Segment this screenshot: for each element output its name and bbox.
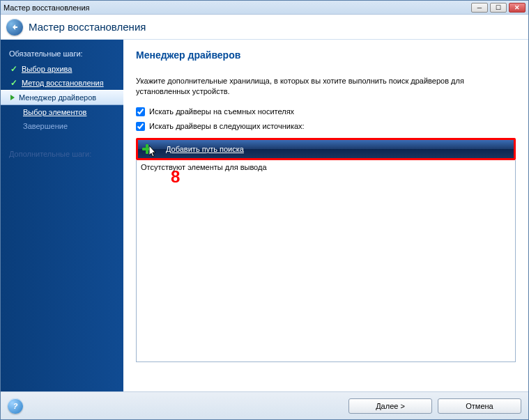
arrow-right-icon [10,95,15,100]
arrow-left-icon [10,23,19,31]
header: Мастер восстановления [1,15,528,40]
checkbox-sources[interactable] [136,122,145,131]
sidebar-section-optional: Дополнительные шаги: [1,147,123,161]
checkbox-sources-row[interactable]: Искать драйверы в следующих источниках: [136,122,516,131]
minimize-button[interactable]: ─ [471,3,488,13]
sidebar: Обязательные шаги: ✓ Выбор архива ✓ Мето… [1,40,123,391]
empty-list-text: Отсутствуют элементы для вывода [141,163,267,171]
help-button[interactable]: ? [8,398,23,414]
content: Менеджер драйверов Укажите дополнительны… [123,40,528,391]
back-button[interactable] [6,19,23,36]
sidebar-item-label: Выбор элементов [23,108,86,116]
check-icon: ✓ [10,79,17,87]
sidebar-item-archive[interactable]: ✓ Выбор архива [1,62,123,76]
add-path-highlight: Добавить путь поиска [136,138,516,160]
sources-list[interactable]: Отсутствуют элементы для вывода [136,160,516,362]
next-button[interactable]: Далее > [348,398,432,414]
add-path-button[interactable]: Добавить путь поиска [138,140,514,158]
close-button[interactable]: ✕ [509,3,526,13]
sidebar-item-label: Завершение [23,122,68,130]
check-icon: ✓ [10,65,17,73]
sidebar-section-required: Обязательные шаги: [1,47,123,62]
sidebar-item-method[interactable]: ✓ Метод восстановления [1,76,123,90]
window-controls: ─ ☐ ✕ [471,3,526,13]
maximize-button[interactable]: ☐ [490,3,507,13]
cancel-button[interactable]: Отмена [438,398,521,414]
sidebar-item-label: Менеджер драйверов [19,93,96,102]
sidebar-item-label: Выбор архива [22,65,72,73]
titlebar-title: Мастер восстановления [3,3,89,12]
sidebar-item-elements[interactable]: Выбор элементов [1,105,123,119]
checkbox-sources-label: Искать драйверы в следующих источниках: [149,122,305,130]
page-description: Укажите дополнительные хранилища, в кото… [136,76,516,98]
sidebar-item-drivers[interactable]: Менеджер драйверов [1,90,123,105]
checkbox-removable-row[interactable]: Искать драйверы на съемных носителях [136,107,516,116]
page-title: Менеджер драйверов [136,49,516,61]
sources-list-wrap: Добавить путь поиска Отсутствуют элемент… [136,137,516,362]
sidebar-item-finish: Завершение [1,119,123,133]
wizard-window: Мастер восстановления ─ ☐ ✕ Мастер восст… [0,0,529,420]
footer: ? Далее > Отмена [1,391,528,419]
plus-icon [142,144,152,154]
titlebar: Мастер восстановления ─ ☐ ✕ [1,1,528,15]
sidebar-item-label: Метод восстановления [22,79,104,87]
checkbox-removable-label: Искать драйверы на съемных носителях [149,107,294,116]
header-title: Мастер восстановления [29,21,146,33]
body: Обязательные шаги: ✓ Выбор архива ✓ Мето… [1,40,528,391]
add-path-label: Добавить путь поиска [166,145,244,153]
checkbox-removable[interactable] [136,107,145,116]
